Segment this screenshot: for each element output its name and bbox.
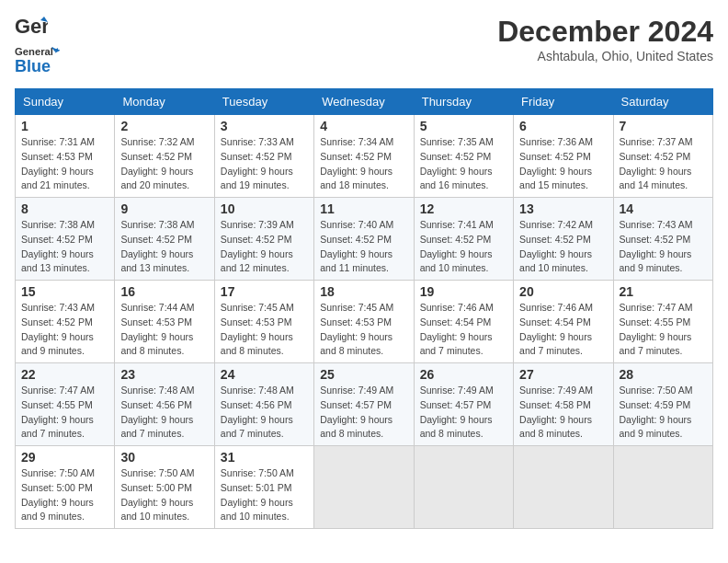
calendar-cell: 18Sunrise: 7:45 AM Sunset: 4:53 PM Dayli…	[314, 281, 414, 363]
day-number: 17	[221, 284, 308, 299]
day-info: Sunrise: 7:34 AM Sunset: 4:52 PM Dayligh…	[320, 135, 407, 193]
day-info: Sunrise: 7:37 AM Sunset: 4:52 PM Dayligh…	[620, 135, 707, 193]
day-info: Sunrise: 7:38 AM Sunset: 4:52 PM Dayligh…	[120, 218, 208, 276]
day-info: Sunrise: 7:49 AM Sunset: 4:57 PM Dayligh…	[320, 384, 407, 442]
day-number: 28	[620, 367, 707, 382]
day-info: Sunrise: 7:41 AM Sunset: 4:52 PM Dayligh…	[420, 218, 507, 276]
calendar-cell: 29Sunrise: 7:50 AM Sunset: 5:00 PM Dayli…	[16, 446, 115, 529]
calendar-week-row: 29Sunrise: 7:50 AM Sunset: 5:00 PM Dayli…	[16, 446, 713, 529]
day-number: 1	[21, 119, 108, 133]
calendar-cell: 5Sunrise: 7:35 AM Sunset: 4:52 PM Daylig…	[414, 115, 513, 198]
calendar-cell: 25Sunrise: 7:49 AM Sunset: 4:57 PM Dayli…	[314, 363, 414, 446]
calendar-table: SundayMondayTuesdayWednesdayThursdayFrid…	[15, 88, 713, 529]
calendar-cell: 27Sunrise: 7:49 AM Sunset: 4:58 PM Dayli…	[514, 363, 613, 446]
day-info: Sunrise: 7:44 AM Sunset: 4:53 PM Dayligh…	[120, 301, 208, 359]
day-info: Sunrise: 7:35 AM Sunset: 4:52 PM Dayligh…	[420, 135, 507, 193]
day-info: Sunrise: 7:47 AM Sunset: 4:55 PM Dayligh…	[620, 301, 707, 359]
day-number: 11	[320, 201, 407, 216]
calendar-cell: 13Sunrise: 7:42 AM Sunset: 4:52 PM Dayli…	[514, 198, 613, 281]
weekday-header: Monday	[115, 89, 214, 115]
logo: General General Blue	[15, 15, 61, 81]
day-info: Sunrise: 7:40 AM Sunset: 4:52 PM Dayligh…	[320, 218, 407, 276]
day-number: 25	[320, 367, 407, 382]
calendar-cell: 17Sunrise: 7:45 AM Sunset: 4:53 PM Dayli…	[214, 281, 313, 363]
day-info: Sunrise: 7:50 AM Sunset: 5:00 PM Dayligh…	[21, 466, 108, 524]
day-number: 3	[221, 119, 308, 133]
title-block: December 2024 Ashtabula, Ohio, United St…	[497, 15, 713, 63]
day-number: 29	[21, 450, 108, 465]
calendar-cell: 4Sunrise: 7:34 AM Sunset: 4:52 PM Daylig…	[314, 115, 414, 198]
day-info: Sunrise: 7:39 AM Sunset: 4:52 PM Dayligh…	[221, 218, 308, 276]
day-number: 9	[120, 201, 208, 216]
calendar-cell: 8Sunrise: 7:38 AM Sunset: 4:52 PM Daylig…	[16, 198, 115, 281]
calendar-cell	[514, 446, 613, 529]
calendar-cell: 7Sunrise: 7:37 AM Sunset: 4:52 PM Daylig…	[613, 115, 712, 198]
calendar-cell: 3Sunrise: 7:33 AM Sunset: 4:52 PM Daylig…	[214, 115, 313, 198]
day-info: Sunrise: 7:48 AM Sunset: 4:56 PM Dayligh…	[221, 384, 308, 442]
day-info: Sunrise: 7:33 AM Sunset: 4:52 PM Dayligh…	[221, 135, 308, 193]
weekday-header: Sunday	[16, 89, 115, 115]
day-number: 23	[120, 367, 208, 382]
calendar-week-row: 1Sunrise: 7:31 AM Sunset: 4:53 PM Daylig…	[16, 115, 713, 198]
calendar-week-row: 8Sunrise: 7:38 AM Sunset: 4:52 PM Daylig…	[16, 198, 713, 281]
day-info: Sunrise: 7:36 AM Sunset: 4:52 PM Dayligh…	[519, 135, 607, 193]
weekday-header: Tuesday	[214, 89, 313, 115]
day-info: Sunrise: 7:47 AM Sunset: 4:55 PM Dayligh…	[21, 384, 108, 442]
calendar-cell: 2Sunrise: 7:32 AM Sunset: 4:52 PM Daylig…	[115, 115, 214, 198]
day-number: 12	[420, 201, 507, 216]
logo-icon: General	[15, 15, 48, 40]
day-number: 2	[120, 119, 208, 133]
day-info: Sunrise: 7:46 AM Sunset: 4:54 PM Dayligh…	[420, 301, 507, 359]
day-number: 13	[519, 201, 607, 216]
day-number: 8	[21, 201, 108, 216]
day-info: Sunrise: 7:43 AM Sunset: 4:52 PM Dayligh…	[21, 301, 108, 359]
svg-text:General: General	[15, 46, 53, 57]
calendar-cell: 30Sunrise: 7:50 AM Sunset: 5:00 PM Dayli…	[115, 446, 214, 529]
day-number: 10	[221, 201, 308, 216]
weekday-header: Saturday	[613, 89, 712, 115]
day-info: Sunrise: 7:46 AM Sunset: 4:54 PM Dayligh…	[519, 301, 607, 359]
calendar-cell: 24Sunrise: 7:48 AM Sunset: 4:56 PM Dayli…	[214, 363, 313, 446]
calendar-cell: 31Sunrise: 7:50 AM Sunset: 5:01 PM Dayli…	[214, 446, 313, 529]
day-number: 16	[120, 284, 208, 299]
day-info: Sunrise: 7:50 AM Sunset: 5:00 PM Dayligh…	[120, 466, 208, 524]
day-number: 30	[120, 450, 208, 465]
day-number: 4	[320, 119, 407, 133]
calendar-cell	[314, 446, 414, 529]
day-info: Sunrise: 7:50 AM Sunset: 5:01 PM Dayligh…	[221, 466, 308, 524]
weekday-header: Thursday	[414, 89, 513, 115]
day-number: 26	[420, 367, 507, 382]
day-info: Sunrise: 7:48 AM Sunset: 4:56 PM Dayligh…	[120, 384, 208, 442]
day-number: 7	[620, 119, 707, 133]
calendar-cell	[414, 446, 513, 529]
calendar-cell: 12Sunrise: 7:41 AM Sunset: 4:52 PM Dayli…	[414, 198, 513, 281]
day-number: 24	[221, 367, 308, 382]
calendar-cell: 21Sunrise: 7:47 AM Sunset: 4:55 PM Dayli…	[613, 281, 712, 363]
svg-text:Blue: Blue	[15, 57, 51, 75]
calendar-cell: 14Sunrise: 7:43 AM Sunset: 4:52 PM Dayli…	[613, 198, 712, 281]
calendar-cell: 22Sunrise: 7:47 AM Sunset: 4:55 PM Dayli…	[16, 363, 115, 446]
calendar-cell: 16Sunrise: 7:44 AM Sunset: 4:53 PM Dayli…	[115, 281, 214, 363]
calendar-cell: 9Sunrise: 7:38 AM Sunset: 4:52 PM Daylig…	[115, 198, 214, 281]
day-info: Sunrise: 7:43 AM Sunset: 4:52 PM Dayligh…	[620, 218, 707, 276]
day-info: Sunrise: 7:31 AM Sunset: 4:53 PM Dayligh…	[21, 135, 108, 193]
day-info: Sunrise: 7:49 AM Sunset: 4:57 PM Dayligh…	[420, 384, 507, 442]
day-number: 14	[620, 201, 707, 216]
day-number: 19	[420, 284, 507, 299]
day-number: 27	[519, 367, 607, 382]
day-info: Sunrise: 7:42 AM Sunset: 4:52 PM Dayligh…	[519, 218, 607, 276]
logo-blue-text: Blue	[15, 57, 61, 77]
calendar-cell: 1Sunrise: 7:31 AM Sunset: 4:53 PM Daylig…	[16, 115, 115, 198]
calendar-cell: 6Sunrise: 7:36 AM Sunset: 4:52 PM Daylig…	[514, 115, 613, 198]
day-number: 6	[519, 119, 607, 133]
calendar-cell	[613, 446, 712, 529]
calendar-cell: 20Sunrise: 7:46 AM Sunset: 4:54 PM Dayli…	[514, 281, 613, 363]
calendar-header-row: SundayMondayTuesdayWednesdayThursdayFrid…	[16, 89, 713, 115]
day-info: Sunrise: 7:45 AM Sunset: 4:53 PM Dayligh…	[320, 301, 407, 359]
month-title: December 2024	[497, 15, 713, 49]
calendar-cell: 10Sunrise: 7:39 AM Sunset: 4:52 PM Dayli…	[214, 198, 313, 281]
day-info: Sunrise: 7:45 AM Sunset: 4:53 PM Dayligh…	[221, 301, 308, 359]
calendar-cell: 11Sunrise: 7:40 AM Sunset: 4:52 PM Dayli…	[314, 198, 414, 281]
weekday-header: Wednesday	[314, 89, 414, 115]
calendar-cell: 15Sunrise: 7:43 AM Sunset: 4:52 PM Dayli…	[16, 281, 115, 363]
